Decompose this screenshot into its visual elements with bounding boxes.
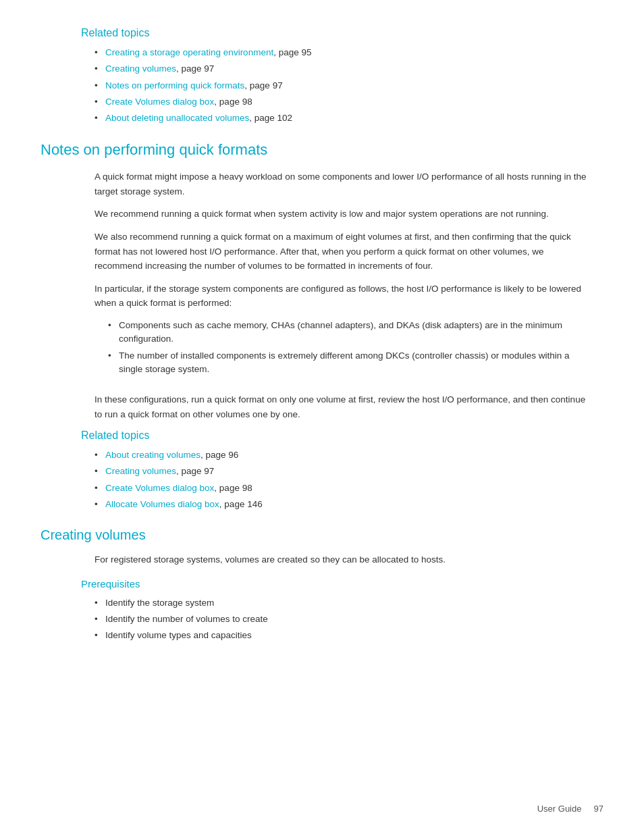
related-topics-heading-second: Related topics — [81, 429, 603, 442]
list-item: Creating a storage operating environment… — [95, 46, 603, 59]
list-item: About creating volumes, page 96 — [95, 448, 603, 462]
prerequisites-heading: Prerequisites — [81, 578, 603, 590]
prereq-1: Identify the storage system — [105, 598, 214, 608]
page-ref: , page 146 — [219, 499, 263, 509]
link-about-creating-volumes[interactable]: About creating volumes — [105, 450, 200, 460]
notes-quick-formats-title: Notes on performing quick formats — [41, 141, 603, 159]
list-item: Allocate Volumes dialog box, page 146 — [95, 498, 603, 511]
link-notes-quick-formats[interactable]: Notes on performing quick formats — [105, 80, 244, 90]
list-item: Identify the number of volumes to create — [95, 613, 603, 626]
list-item: Creating volumes, page 97 — [95, 465, 603, 478]
creating-volumes-intro: For registered storage systems, volumes … — [95, 552, 590, 567]
closing-para: In these configurations, run a quick for… — [95, 392, 590, 421]
list-item: Create Volumes dialog box, page 98 — [95, 481, 603, 495]
list-item: Notes on performing quick formats, page … — [95, 79, 603, 93]
para-1: A quick format might impose a heavy work… — [95, 170, 590, 199]
related-topics-list-top: Creating a storage operating environment… — [81, 46, 603, 125]
related-topics-second: Related topics About creating volumes, p… — [81, 429, 603, 511]
para-2: We recommend running a quick format when… — [95, 207, 590, 221]
page-ref: , page 98 — [214, 483, 252, 493]
link-about-deleting[interactable]: About deleting unallocated volumes — [105, 113, 249, 123]
page-ref: , page 96 — [200, 450, 238, 460]
page-ref: , page 95 — [273, 47, 311, 57]
bullet-text-2: The number of installed components is ex… — [119, 350, 570, 374]
prerequisites-list: Identify the storage system Identify the… — [81, 596, 603, 643]
list-item: Identify volume types and capacities — [95, 629, 603, 642]
prereq-3: Identify volume types and capacities — [105, 630, 252, 640]
notes-bullet-list: Components such as cache memory, CHAs (c… — [95, 319, 590, 376]
para-3: We also recommend running a quick format… — [95, 230, 590, 273]
section-related-topics-top: Related topics Creating a storage operat… — [41, 27, 603, 125]
page-ref: , page 98 — [214, 97, 252, 107]
page-ref: , page 97 — [176, 466, 214, 476]
para-4: In particular, if the storage system com… — [95, 282, 590, 311]
link-storage-operating-env[interactable]: Creating a storage operating environment — [105, 47, 273, 57]
section-notes-quick-formats: Notes on performing quick formats A quic… — [41, 141, 603, 511]
page-ref: , page 102 — [249, 113, 292, 123]
list-item: About deleting unallocated volumes, page… — [95, 111, 603, 125]
prerequisites-section: Prerequisites Identify the storage syste… — [81, 578, 603, 643]
link-creating-volumes-2[interactable]: Creating volumes — [105, 466, 176, 476]
list-item: Creating volumes, page 97 — [95, 62, 603, 76]
link-create-volumes-dialog[interactable]: Create Volumes dialog box — [105, 97, 214, 107]
related-topics-list-second: About creating volumes, page 96 Creating… — [81, 448, 603, 511]
link-creating-volumes-1[interactable]: Creating volumes — [105, 63, 176, 74]
related-topics-heading-top: Related topics — [81, 27, 603, 39]
page-footer: User Guide 97 — [537, 804, 603, 814]
prereq-2: Identify the number of volumes to create — [105, 614, 268, 624]
link-create-volumes-dialog-2[interactable]: Create Volumes dialog box — [105, 483, 214, 493]
list-item: Create Volumes dialog box, page 98 — [95, 95, 603, 109]
section-creating-volumes: Creating volumes For registered storage … — [41, 527, 603, 642]
list-item: Identify the storage system — [95, 596, 603, 610]
link-allocate-volumes[interactable]: Allocate Volumes dialog box — [105, 499, 219, 509]
page-container: Related topics Creating a storage operat… — [0, 0, 644, 700]
list-item: Components such as cache memory, CHAs (c… — [108, 319, 590, 346]
footer-label: User Guide — [537, 804, 582, 814]
list-item: The number of installed components is ex… — [108, 349, 590, 377]
footer-page-number: 97 — [594, 804, 603, 814]
page-ref: , page 97 — [244, 80, 282, 90]
creating-volumes-title: Creating volumes — [41, 527, 603, 543]
bullet-text-1: Components such as cache memory, CHAs (c… — [119, 320, 562, 344]
page-ref: , page 97 — [176, 63, 214, 74]
bullet-section: Components such as cache memory, CHAs (c… — [95, 319, 590, 376]
